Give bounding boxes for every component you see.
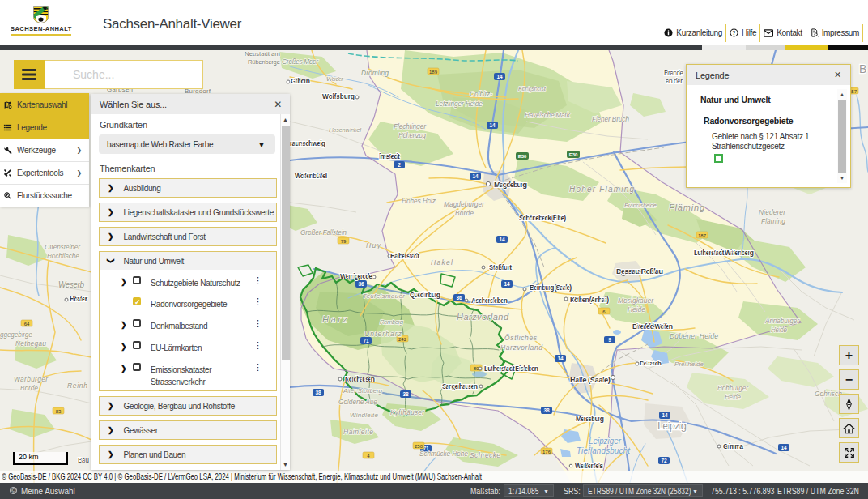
svg-text:Gifhorn: Gifhorn	[291, 77, 310, 85]
svg-text:Köthen (Anhalt): Köthen (Anhalt)	[570, 296, 609, 304]
svg-text:Niederer: Niederer	[759, 208, 786, 216]
svg-text:Fläming: Fläming	[669, 203, 705, 212]
svg-text:Werder: Werder	[326, 75, 343, 83]
svg-text:Letzlinger Heide: Letzlinger Heide	[436, 100, 483, 108]
svg-text:38: 38	[543, 407, 550, 413]
svg-text:Harzvorland: Harzvorland	[457, 312, 509, 322]
svg-text:14: 14	[499, 237, 505, 242]
svg-text:Fiener Bruch: Fiener Bruch	[592, 115, 629, 123]
svg-text:14: 14	[781, 445, 787, 450]
svg-text:Heide: Heide	[725, 393, 741, 401]
svg-text:14: 14	[557, 356, 564, 361]
svg-text:Großes Moor: Großes Moor	[282, 58, 319, 66]
svg-text:Havelsche Mark: Havelsche Mark	[525, 111, 571, 119]
svg-text:ggegebirge: ggegebirge	[0, 331, 32, 339]
svg-text:Halle (Saale): Halle (Saale)	[570, 375, 611, 384]
svg-text:Kyffhäuser: Kyffhäuser	[390, 408, 425, 416]
svg-text:Wolfsburg: Wolfsburg	[322, 92, 355, 100]
svg-text:an der: an der	[666, 77, 683, 85]
svg-text:36: 36	[358, 281, 364, 287]
svg-text:Unterharz: Unterharz	[364, 330, 402, 338]
svg-text:Harz: Harz	[322, 314, 348, 324]
svg-text:Börde: Börde	[20, 384, 38, 392]
svg-text:B: B	[859, 62, 866, 75]
svg-text:Goldene Aue: Goldene Aue	[338, 398, 377, 406]
svg-text:Prellheide: Prellheide	[674, 360, 704, 368]
svg-text:Börde: Börde	[455, 209, 474, 217]
svg-text:Windleite: Windleite	[350, 412, 379, 419]
svg-text:Hochfläche: Hochfläche	[47, 252, 79, 260]
svg-text:Höxter: Höxter	[70, 295, 88, 303]
svg-text:Aschersleben: Aschersleben	[471, 296, 508, 305]
svg-text:Grimma: Grimma	[723, 442, 743, 450]
svg-text:Ramberg: Ramberg	[380, 318, 404, 326]
svg-text:Neustadt am: Neustadt am	[245, 50, 280, 58]
svg-text:Huy: Huy	[366, 241, 381, 250]
svg-text:Östliches: Östliches	[504, 334, 538, 342]
svg-text:176: 176	[542, 450, 551, 454]
svg-text:Bau: Bau	[78, 456, 89, 464]
svg-text:Magdeburg: Magdeburg	[494, 180, 527, 189]
svg-text:?: ?	[733, 30, 736, 36]
svg-text:Bernburg (Saale): Bernburg (Saale)	[530, 284, 572, 292]
svg-text:Staßfurt: Staßfurt	[489, 263, 512, 271]
svg-text:Königshorst: Königshorst	[518, 85, 547, 92]
svg-text:Ottensteiner: Ottensteiner	[45, 243, 81, 251]
svg-text:38: 38	[315, 390, 321, 395]
svg-text:Weißenfels: Weißenfels	[575, 462, 603, 470]
svg-text:Schrecke: Schrecke	[470, 451, 500, 459]
svg-text:Delitzsch: Delitzsch	[640, 360, 662, 367]
svg-text:Dübener Heide: Dübener Heide	[670, 332, 718, 340]
svg-text:Brandtsheide: Brandtsheide	[624, 202, 657, 209]
svg-text:Sangerhausen: Sangerhausen	[442, 382, 478, 390]
svg-text:Heide: Heide	[628, 305, 645, 313]
svg-text:Rübenberge: Rübenberge	[248, 58, 281, 66]
svg-text:Flechtinger: Flechtinger	[394, 122, 427, 130]
svg-text:2: 2	[398, 162, 401, 168]
svg-text:Teufelsmauer: Teufelsmauer	[363, 292, 405, 300]
svg-text:Hohburger: Hohburger	[717, 384, 749, 392]
svg-text:72: 72	[661, 458, 667, 463]
svg-text:36: 36	[456, 295, 462, 301]
svg-text:14: 14	[662, 412, 668, 418]
svg-text:Harzvorland: Harzvorland	[500, 343, 542, 352]
svg-text:14: 14	[472, 173, 479, 179]
svg-text:38: 38	[402, 391, 409, 397]
svg-text:83: 83	[56, 409, 62, 414]
svg-text:71: 71	[363, 338, 369, 343]
svg-text:Leipzig: Leipzig	[657, 420, 687, 432]
svg-text:Lutherstadt Eisleben: Lutherstadt Eisleben	[484, 365, 538, 373]
svg-text:14: 14	[504, 281, 510, 287]
svg-text:Fläming: Fläming	[761, 217, 785, 225]
svg-text:Hoher Fläming: Hoher Fläming	[569, 185, 634, 194]
svg-text:Drömling: Drömling	[361, 69, 389, 77]
svg-text:187: 187	[698, 233, 707, 238]
svg-text:Schmücke Hohe: Schmücke Hohe	[419, 450, 468, 458]
svg-text:raunschweig: raunschweig	[290, 139, 326, 147]
svg-text:Merseburg: Merseburg	[576, 415, 604, 423]
svg-text:Wolfenbüttel: Wolfenbüttel	[295, 172, 327, 180]
svg-text:Alter Stollberg: Alter Stollberg	[343, 387, 383, 395]
svg-text:Hainleite: Hainleite	[343, 428, 373, 436]
svg-text:Hohes Holz: Hohes Holz	[402, 197, 436, 205]
svg-text:Großer Fallstein: Großer Fallstein	[300, 228, 347, 237]
svg-text:Heide: Heide	[771, 326, 787, 334]
svg-text:lmstedt: lmstedt	[379, 151, 401, 160]
svg-text:Wernigerode: Wernigerode	[340, 272, 372, 280]
svg-text:Quedlinburg: Quedlinburg	[410, 291, 440, 299]
svg-text:Bitterfeld-Wolfen: Bitterfeld-Wolfen	[632, 322, 673, 331]
svg-text:Magdeburger: Magdeburger	[444, 200, 485, 208]
svg-text:Warburger: Warburger	[14, 375, 49, 383]
svg-text:Nethegau: Nethegau	[15, 339, 46, 348]
svg-text:Annaburger: Annaburger	[764, 317, 800, 325]
svg-text:Colbitz-: Colbitz-	[470, 90, 492, 98]
svg-text:Dessau-Roßlau: Dessau-Roßlau	[616, 267, 663, 275]
svg-text:9: 9	[608, 337, 611, 343]
svg-text:Weserb: Weserb	[58, 280, 84, 289]
svg-text:Lutherstadt Wittenberg: Lutherstadt Wittenberg	[694, 249, 754, 257]
svg-text:79: 79	[341, 239, 347, 244]
svg-text:Brande: Brande	[664, 69, 683, 77]
svg-text:Hasenwinkel: Hasenwinkel	[329, 126, 361, 134]
svg-text:250: 250	[415, 444, 423, 449]
svg-text:Leipziger: Leipziger	[589, 437, 622, 446]
